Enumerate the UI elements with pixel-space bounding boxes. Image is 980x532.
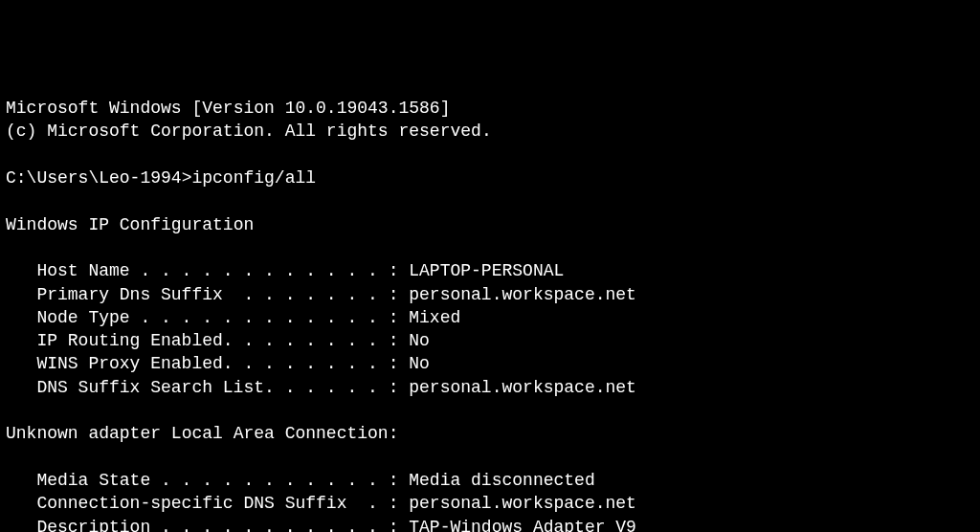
conn-dns-value: personal.workspace.net (398, 494, 635, 513)
prompt-line: C:\Users\Leo-1994>ipconfig/all (6, 166, 974, 189)
blank-line (6, 236, 974, 259)
prompt-path: C:\Users\Leo-1994> (6, 168, 191, 188)
primary-dns-value: personal.workspace.net (398, 285, 635, 304)
dns-suffix-list-value: personal.workspace.net (398, 378, 635, 397)
host-name-value: LAPTOP-PERSONAL (398, 261, 564, 280)
media-state-row: Media State . . . . . . . . . . . : Medi… (6, 469, 974, 492)
wins-proxy-value: No (398, 354, 429, 373)
ip-routing-label: IP Routing Enabled. . . . . . . . : (36, 331, 398, 350)
node-type-row: Node Type . . . . . . . . . . . . : Mixe… (6, 306, 974, 329)
blank-line (6, 189, 974, 212)
dns-suffix-list-label: DNS Suffix Search List. . . . . . : (36, 378, 398, 397)
primary-dns-label: Primary Dns Suffix . . . . . . . : (36, 285, 398, 304)
description-value: TAP-Windows Adapter V9 (398, 518, 635, 532)
conn-dns-row: Connection-specific DNS Suffix . : perso… (6, 492, 974, 515)
prompt-command: ipconfig/all (191, 168, 316, 188)
node-type-label: Node Type . . . . . . . . . . . . : (36, 308, 398, 327)
wins-proxy-row: WINS Proxy Enabled. . . . . . . . : No (6, 352, 974, 375)
conn-dns-label: Connection-specific DNS Suffix . : (36, 494, 398, 513)
ip-routing-value: No (398, 331, 429, 350)
media-state-label: Media State . . . . . . . . . . . : (36, 471, 398, 490)
host-name-row: Host Name . . . . . . . . . . . . : LAPT… (6, 259, 974, 282)
dns-suffix-list-row: DNS Suffix Search List. . . . . . : pers… (6, 376, 974, 399)
ip-routing-row: IP Routing Enabled. . . . . . . . : No (6, 329, 974, 352)
description-label: Description . . . . . . . . . . . : (36, 518, 398, 532)
wins-proxy-label: WINS Proxy Enabled. . . . . . . . : (36, 354, 398, 373)
blank-line (6, 399, 974, 422)
ipconfig-title: Windows IP Configuration (6, 213, 974, 236)
media-state-value: Media disconnected (398, 471, 594, 490)
terminal-output[interactable]: Microsoft Windows [Version 10.0.19043.15… (6, 97, 974, 532)
description-row: Description . . . . . . . . . . . : TAP-… (6, 516, 974, 532)
host-name-label: Host Name . . . . . . . . . . . . : (36, 261, 398, 280)
primary-dns-row: Primary Dns Suffix . . . . . . . : perso… (6, 283, 974, 306)
blank-line (6, 446, 974, 469)
version-line: Microsoft Windows [Version 10.0.19043.15… (6, 97, 974, 120)
node-type-value: Mixed (398, 308, 460, 327)
copyright-line: (c) Microsoft Corporation. All rights re… (6, 120, 974, 143)
adapter-title: Unknown adapter Local Area Connection: (6, 422, 974, 445)
blank-line (6, 144, 974, 166)
